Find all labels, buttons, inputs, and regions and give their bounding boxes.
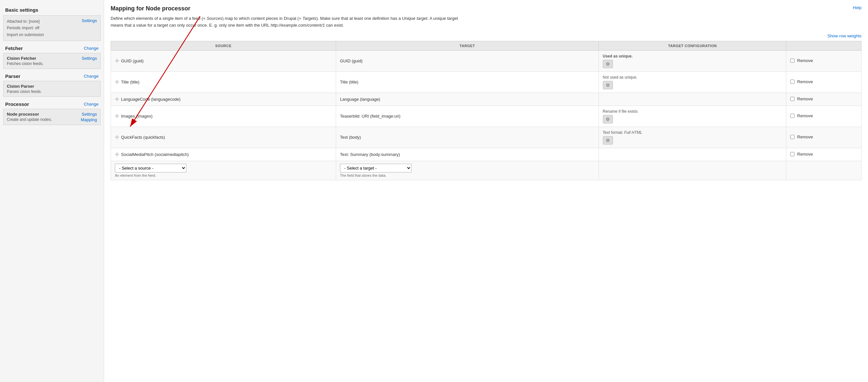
remove-text: Remove: [797, 152, 813, 157]
drag-handle[interactable]: ✛: [115, 58, 119, 64]
remove-label[interactable]: Remove: [790, 97, 813, 101]
drag-handle[interactable]: ✛: [115, 151, 119, 158]
target-cell-5: Text: Summary (body:summary): [336, 148, 599, 161]
target-cell-0: GUID (guid): [336, 50, 599, 71]
select-target-cell: - Select a target - The field that store…: [336, 161, 599, 180]
source-cell-inner: ✛ SocialMediaPitch (socialmediapitch): [115, 151, 332, 158]
remove-checkbox[interactable]: [790, 135, 795, 139]
select-source-cell: - Select a source - An element from the …: [111, 161, 336, 180]
source-cell-1: ✛ Title (title): [111, 71, 336, 93]
select-source-dropdown[interactable]: - Select a source -: [115, 164, 186, 172]
parser-block: Cision Parser Parses cision feeds.: [3, 81, 100, 97]
config-label: Not used as unique.: [603, 75, 782, 79]
gear-button[interactable]: ⚙: [603, 115, 613, 124]
remove-label[interactable]: Remove: [790, 113, 813, 118]
processor-block-name: Node processor: [7, 112, 52, 116]
basic-settings-link[interactable]: Settings: [82, 18, 97, 23]
processor-change-link[interactable]: Change: [84, 102, 99, 107]
select-target-dropdown[interactable]: - Select a target -: [340, 164, 411, 172]
source-value: GUID (guid): [121, 59, 144, 63]
remove-text: Remove: [797, 113, 813, 118]
drag-handle[interactable]: ✛: [115, 134, 119, 140]
table-row: ✛ GUID (guid) GUID (guid)Used as unique.…: [111, 50, 862, 71]
remove-cell-4: Remove: [786, 127, 862, 148]
remove-checkbox[interactable]: [790, 114, 795, 118]
target-value: Title (title): [340, 79, 359, 84]
config-cell-3: Rename if file exists⚙: [599, 106, 786, 127]
sidebar: Basic settings Attached to: [none] Perio…: [0, 0, 104, 382]
remove-cell-0: Remove: [786, 50, 862, 71]
th-source: SOURCE: [111, 41, 336, 50]
parser-change-link[interactable]: Change: [84, 74, 99, 79]
remove-checkbox[interactable]: [790, 97, 795, 101]
select-target-hint: The field that stores the data.: [340, 173, 594, 177]
fetcher-change-link[interactable]: Change: [84, 46, 99, 51]
config-cell-0: Used as unique.⚙: [599, 50, 786, 71]
source-value: QuickFacts (quickfacts): [121, 135, 165, 140]
remove-cell-1: Remove: [786, 71, 862, 93]
table-row: ✛ LanguageCode (languagecode) Language (…: [111, 93, 862, 106]
remove-label[interactable]: Remove: [790, 58, 813, 63]
config-label: Text format: Full HTML: [603, 130, 782, 135]
page-title: Mapping for Node processor: [111, 5, 190, 12]
source-value: Title (title): [121, 79, 140, 84]
show-row-weights-link[interactable]: Show row weights: [827, 33, 862, 38]
gear-button[interactable]: ⚙: [603, 81, 613, 89]
table-row: ✛ Title (title) Title (title)Not used as…: [111, 71, 862, 93]
remove-checkbox[interactable]: [790, 152, 795, 156]
import-on-submission-info: Import on submission: [7, 33, 44, 37]
source-cell-inner: ✛ GUID (guid): [115, 58, 332, 64]
config-label: Rename if file exists: [603, 109, 782, 114]
config-label: Used as unique.: [603, 54, 782, 59]
fetcher-block: Cision Fetcher Fetches cision feeds. Set…: [3, 53, 100, 69]
remove-checkbox[interactable]: [790, 59, 795, 63]
processor-block-desc: Create and update nodes.: [7, 117, 52, 122]
remove-label[interactable]: Remove: [790, 152, 813, 157]
source-cell-inner: ✛ Title (title): [115, 79, 332, 85]
drag-handle[interactable]: ✛: [115, 79, 119, 85]
description: Define which elements of a single item o…: [111, 15, 468, 29]
remove-text: Remove: [797, 135, 813, 139]
remove-cell-5: Remove: [786, 148, 862, 161]
fetcher-block-name: Cision Fetcher: [7, 56, 43, 61]
basic-settings-title: Basic settings: [0, 4, 104, 14]
table-row: ✛ QuickFacts (quickfacts) Text (body)Tex…: [111, 127, 862, 148]
remove-checkbox[interactable]: [790, 79, 795, 84]
remove-cell-2: Remove: [786, 93, 862, 106]
config-cell-1: Not used as unique.⚙: [599, 71, 786, 93]
source-cell-3: ✛ Images (images): [111, 106, 336, 127]
fetcher-settings-link[interactable]: Settings: [82, 56, 97, 61]
table-header-row: SOURCE TARGET TARGET CONFIGURATION: [111, 41, 862, 50]
drag-handle[interactable]: ✛: [115, 113, 119, 119]
remove-label[interactable]: Remove: [790, 135, 813, 139]
target-cell-3: Teaserbild: URI (field_image:uri): [336, 106, 599, 127]
processor-section-header: Processor Change: [0, 99, 104, 107]
add-mapping-row: - Select a source - An element from the …: [111, 161, 862, 180]
help-link[interactable]: Help: [853, 5, 862, 10]
gear-button[interactable]: ⚙: [603, 60, 613, 68]
select-source-hint: An element from the feed.: [115, 173, 332, 177]
gear-button[interactable]: ⚙: [603, 136, 613, 144]
target-cell-2: Language (language): [336, 93, 599, 106]
basic-settings-block: Attached to: [none] Periodic import: off…: [3, 15, 100, 41]
source-cell-0: ✛ GUID (guid): [111, 50, 336, 71]
th-actions: [786, 41, 862, 50]
remove-label[interactable]: Remove: [790, 79, 813, 84]
parser-block-name: Cision Parser: [7, 84, 42, 89]
source-cell-4: ✛ QuickFacts (quickfacts): [111, 127, 336, 148]
processor-mapping-link[interactable]: Mapping: [81, 117, 97, 122]
th-config: TARGET CONFIGURATION: [599, 41, 786, 50]
target-value: Text: Summary (body:summary): [340, 152, 400, 157]
main-content: Mapping for Node processor Help Define w…: [104, 0, 868, 382]
source-cell-inner: ✛ LanguageCode (languagecode): [115, 96, 332, 102]
processor-settings-link[interactable]: Settings: [82, 112, 97, 116]
parser-block-desc: Parses cision feeds.: [7, 89, 42, 94]
drag-handle[interactable]: ✛: [115, 96, 119, 102]
target-value: Language (language): [340, 97, 380, 102]
source-cell-5: ✛ SocialMediaPitch (socialmediapitch): [111, 148, 336, 161]
fetcher-section-header: Fetcher Change: [0, 43, 104, 51]
config-cell-4: Text format: Full HTML⚙: [599, 127, 786, 148]
config-cell-5: [599, 148, 786, 161]
show-row-weights-container: Show row weights: [111, 33, 862, 38]
target-cell-1: Title (title): [336, 71, 599, 93]
